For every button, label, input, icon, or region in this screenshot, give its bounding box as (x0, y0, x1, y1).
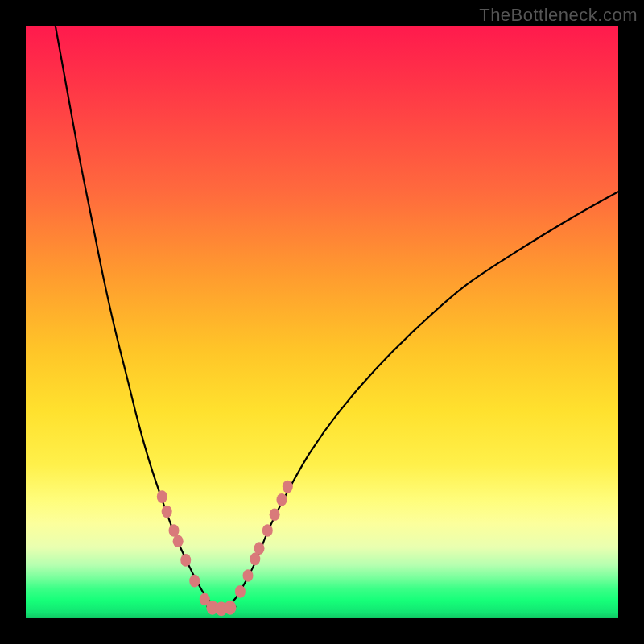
bead-marker (270, 508, 280, 521)
bead-marker (180, 554, 191, 567)
bead-marker (283, 481, 293, 493)
bead-marker (262, 524, 273, 537)
watermark-text: TheBottleneck.com (479, 5, 638, 26)
bead-marker (169, 524, 180, 537)
bead-marker (162, 506, 172, 518)
left-curve (56, 26, 216, 606)
bead-marker (189, 575, 200, 588)
curve-layer (26, 26, 618, 618)
plot-area (26, 26, 618, 618)
bead-marker (250, 553, 260, 566)
outer-frame: TheBottleneck.com (0, 0, 644, 644)
right-curve (227, 192, 618, 606)
bead-marker (173, 535, 184, 548)
bead-marker (157, 490, 167, 503)
bead-marker (235, 585, 246, 598)
bead-marker (254, 542, 264, 555)
bead-marker (224, 601, 236, 615)
bead-marker (276, 493, 287, 506)
bead-marker (243, 569, 254, 582)
bead-group (157, 481, 293, 616)
